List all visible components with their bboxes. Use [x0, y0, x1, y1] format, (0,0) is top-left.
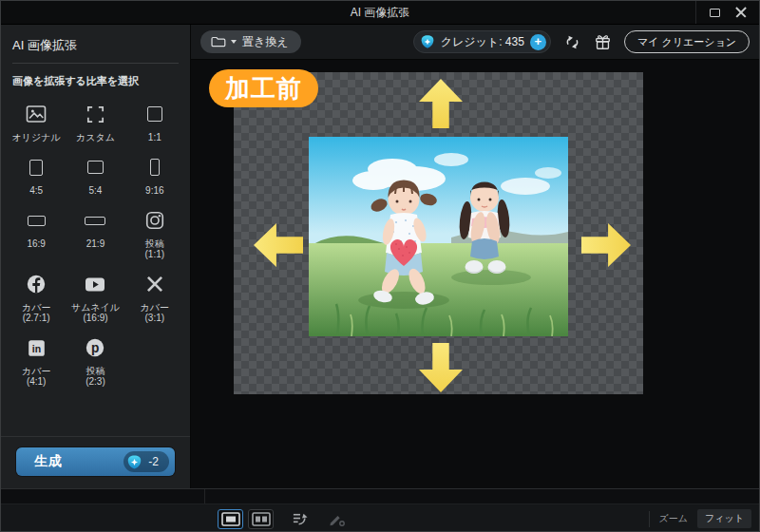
ratio-option-label: カバー [7, 366, 66, 376]
instagram-icon [125, 206, 184, 235]
credit-cost-value: -2 [148, 455, 159, 468]
svg-text:in: in [31, 342, 40, 353]
facebook-icon [7, 270, 66, 298]
canvas: 加工前 [191, 60, 759, 488]
credits-text: クレジット: 435 [441, 34, 524, 50]
generate-button-label: 生成 [34, 453, 63, 470]
chevron-down-icon [231, 40, 237, 44]
ratio-section-label: 画像を拡張する比率を選択 [1, 64, 190, 90]
ratio-option-label: 21:9 [66, 238, 124, 249]
statusbar-toolbar: ズーム フィット [1, 504, 759, 532]
linkedin-icon: in [7, 333, 66, 362]
svg-text:p: p [91, 341, 99, 355]
ratio-option-label: 投稿 [125, 238, 184, 249]
ratio-option-sub: (1:1) [125, 249, 184, 259]
ratio-option-label: オリジナル [7, 132, 66, 142]
ratio-option-label: 1:1 [125, 132, 184, 142]
credits-pill[interactable]: クレジット: 435 + [413, 30, 551, 53]
replace-image-button[interactable]: 置き換え [200, 30, 301, 53]
ratio-4-5-icon [7, 153, 66, 181]
ratio-option-ratio-9-16[interactable]: 9:16 [125, 153, 184, 196]
ratio-16-9-icon [7, 206, 66, 235]
compare-view-icon [252, 512, 271, 526]
ratio-option-label: カバー [7, 302, 66, 313]
ratio-option-sub: (16:9) [66, 313, 124, 323]
main-toolbar: 置き換え クレジット: 435 + [191, 25, 759, 60]
custom-icon [66, 100, 124, 128]
toolbar-right: クレジット: 435 + マイ クリエーション [413, 30, 750, 53]
export-list-icon[interactable] [292, 511, 310, 526]
credits-label: クレジット: [441, 35, 503, 48]
ratio-option-ratio-1-1[interactable]: 1:1 [125, 100, 184, 142]
ratio-option-sub: (4:1) [7, 376, 66, 387]
refresh-icon[interactable] [563, 33, 581, 51]
ratio-option-ratio-16-9[interactable]: 16:9 [7, 206, 66, 259]
titlebar: AI 画像拡張 [1, 1, 759, 25]
ratio-option-label: カバー [125, 302, 184, 313]
ratio-option-sub: (3:1) [125, 313, 184, 323]
window-controls [695, 1, 759, 24]
single-view-icon [221, 512, 240, 526]
zoom-divider [649, 511, 650, 527]
ratio-5-4-icon [66, 153, 124, 181]
ratio-option-label: 9:16 [125, 185, 184, 196]
before-badge: 加工前 [209, 69, 318, 107]
pen-icon[interactable] [328, 511, 345, 527]
ratio-9-16-icon [125, 153, 184, 181]
ratio-option-pinterest[interactable]: p投稿(2:3) [66, 333, 124, 387]
ratio-option-label: サムネイル [66, 302, 124, 313]
ratio-option-linkedin[interactable]: inカバー(4:1) [7, 333, 66, 387]
original-icon [7, 100, 66, 128]
my-creations-button[interactable]: マイ クリエーション [624, 30, 750, 53]
ratio-option-label: 投稿 [66, 366, 124, 376]
compare-view-button[interactable] [248, 509, 274, 529]
ratio-option-custom[interactable]: カスタム [66, 100, 124, 142]
gift-icon[interactable] [594, 33, 612, 51]
zoom-label: ズーム [659, 512, 688, 525]
replace-button-label: 置き換え [242, 34, 289, 50]
ratio-1-1-icon [125, 100, 184, 128]
ratio-option-ratio-21-9[interactable]: 21:9 [66, 206, 124, 259]
credit-cost-badge: -2 [124, 451, 169, 472]
youtube-icon [66, 270, 124, 298]
credits-value: 435 [505, 35, 524, 48]
credit-shield-icon [126, 454, 142, 470]
ratio-grid: オリジナルカスタム1:14:55:49:1616:921:9投稿(1:1)カバー… [1, 90, 190, 387]
ratio-option-label: 16:9 [7, 238, 66, 249]
fit-button[interactable]: フィット [697, 509, 751, 528]
single-view-button[interactable] [218, 509, 243, 529]
ratio-option-label: カスタム [66, 132, 124, 142]
ratio-option-facebook[interactable]: カバー(2.7:1) [7, 270, 66, 323]
credit-shield-icon [420, 34, 435, 49]
ratio-option-sub: (2.7:1) [7, 313, 66, 323]
sidebar-title: AI 画像拡張 [1, 25, 190, 63]
ratio-option-sub: (2:3) [66, 376, 124, 387]
pinterest-icon: p [66, 333, 124, 362]
ratio-option-x[interactable]: カバー(3:1) [125, 270, 184, 323]
ratio-option-ratio-5-4[interactable]: 5:4 [66, 153, 124, 196]
ratio-option-label: 5:4 [66, 185, 124, 196]
sidebar: AI 画像拡張 画像を拡張する比率を選択 オリジナルカスタム1:14:55:49… [1, 25, 191, 488]
window-title: AI 画像拡張 [1, 5, 759, 21]
main-area: 置き換え クレジット: 435 + [191, 25, 759, 488]
ratio-21-9-icon [66, 206, 124, 235]
ratio-option-youtube[interactable]: サムネイル(16:9) [66, 270, 124, 323]
folder-icon [210, 33, 227, 50]
generate-section: 生成 -2 [1, 436, 190, 488]
close-icon[interactable] [735, 7, 747, 18]
maximize-icon[interactable] [710, 9, 720, 17]
ratio-option-ratio-4-5[interactable]: 4:5 [7, 153, 66, 196]
x-icon [125, 270, 184, 298]
source-photo [309, 137, 568, 336]
zoom-controls: ズーム フィット [649, 509, 751, 528]
app-window: AI 画像拡張 AI 画像拡張 画像を拡張する比率を選択 オリジナルカスタム1:… [0, 0, 760, 532]
ratio-option-label: 4:5 [7, 185, 66, 196]
generate-button[interactable]: 生成 -2 [16, 447, 175, 476]
ratio-option-instagram[interactable]: 投稿(1:1) [125, 206, 184, 259]
status-bar: ズーム フィット [1, 488, 759, 532]
ratio-option-original[interactable]: オリジナル [7, 100, 66, 142]
add-credits-button[interactable]: + [530, 34, 546, 50]
